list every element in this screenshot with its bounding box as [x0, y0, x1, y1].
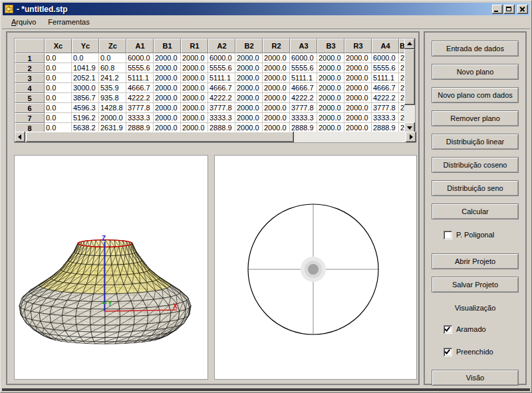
menu-item-ferramentas[interactable]: Ferramentas [43, 17, 94, 27]
table-cell[interactable]: 2000.0 [344, 53, 372, 63]
table-cell[interactable]: 3333.3 [208, 113, 235, 123]
distribui-o-coseno-button[interactable]: Distribuição coseno [432, 157, 519, 173]
table-cell[interactable]: 2000.0 [181, 73, 208, 83]
table-cell[interactable]: 2000.0 [181, 83, 208, 93]
table-cell[interactable]: 2000.0 [99, 113, 126, 123]
scroll-left-button[interactable] [15, 132, 25, 142]
row-header[interactable]: 7 [15, 113, 45, 123]
table-cell[interactable]: 0.0 [45, 53, 72, 63]
row-header[interactable]: 6 [15, 103, 45, 113]
table-cell[interactable]: 3000.0 [72, 83, 99, 93]
distribui-o-seno-button[interactable]: Distribuição seno [432, 180, 519, 196]
table-cell[interactable]: 3777.8 [372, 103, 399, 113]
table-cell[interactable]: 0.0 [45, 93, 72, 103]
vscroll-thumb[interactable] [404, 49, 415, 105]
row-header[interactable]: 5 [15, 93, 45, 103]
table-cell[interactable]: 5555.6 [208, 63, 235, 73]
table-cell[interactable]: 2000.0 [154, 83, 181, 93]
vis-o-button[interactable]: Visão [432, 370, 519, 386]
table-cell[interactable]: 6000.0 [208, 53, 235, 63]
table-cell[interactable]: 2000.0 [235, 103, 263, 113]
table-cell[interactable]: 2052.1 [72, 73, 99, 83]
table-cell[interactable]: 2000.0 [317, 103, 344, 113]
table-cell[interactable]: 4222.2 [290, 93, 317, 103]
table-vertical-scrollbar[interactable] [404, 39, 415, 133]
table-cell[interactable]: 2000.0 [263, 63, 290, 73]
table-cell[interactable]: 535.9 [99, 83, 126, 93]
table-cell[interactable]: 2000.0 [263, 103, 290, 113]
table-cell[interactable]: 0.0 [45, 103, 72, 113]
table-cell[interactable]: 3856.7 [72, 93, 99, 103]
preenchido-checkbox[interactable]: Preenchido [444, 347, 493, 356]
table-cell[interactable]: 4596.3 [72, 103, 99, 113]
table-cell[interactable]: 6000.0 [372, 53, 399, 63]
row-header[interactable]: 3 [15, 73, 45, 83]
table-cell[interactable]: 5111.1 [372, 73, 399, 83]
table-cell[interactable]: 6000.0 [290, 53, 317, 63]
checkbox-box[interactable] [444, 348, 452, 356]
table-cell[interactable]: 935.8 [99, 93, 126, 103]
table-cell[interactable]: 2000.0 [317, 53, 344, 63]
table-cell[interactable]: 2000.0 [344, 63, 372, 73]
table-cell[interactable]: 2000.0 [181, 93, 208, 103]
table-cell[interactable]: 2000.0 [235, 83, 263, 93]
table-cell[interactable]: 2000.0 [235, 53, 263, 63]
table-cell[interactable]: 2000.0 [181, 63, 208, 73]
p-poligonal-checkbox[interactable]: P. Poligonal [444, 230, 494, 239]
table-cell[interactable]: 3333.3 [290, 113, 317, 123]
table-cell[interactable]: 4666.7 [372, 83, 399, 93]
table-cell[interactable]: 2000.0 [154, 53, 181, 63]
table-cell[interactable]: 2000.0 [235, 93, 263, 103]
table-cell[interactable]: 2000.0 [263, 73, 290, 83]
table-cell[interactable]: 2000.0 [263, 83, 290, 93]
minimize-button[interactable] [492, 5, 503, 14]
table-cell[interactable]: 2000.0 [317, 83, 344, 93]
table-cell-clipped[interactable]: 2000.0 [399, 113, 404, 123]
table-cell[interactable]: 241.2 [99, 73, 126, 83]
table-cell[interactable]: 2000.0 [317, 73, 344, 83]
table-cell[interactable]: 0.0 [99, 53, 126, 63]
calcular-button[interactable]: Calcular [432, 203, 519, 219]
table-cell-clipped[interactable]: 2000.0 [399, 103, 404, 113]
table-cell[interactable]: 4222.2 [208, 93, 235, 103]
table-cell-clipped[interactable]: 2000.0 [399, 83, 404, 93]
table-cell[interactable]: 2000.0 [263, 53, 290, 63]
table-cell[interactable]: 0.0 [72, 53, 99, 63]
scroll-right-button[interactable] [406, 132, 416, 142]
table-cell-clipped[interactable]: 2000.0 [399, 73, 404, 83]
abrir-projeto-button[interactable]: Abrir Projeto [432, 253, 519, 269]
table-cell[interactable]: 2000.0 [181, 53, 208, 63]
table-cell[interactable]: 2000.0 [317, 93, 344, 103]
table-cell[interactable]: 4666.7 [290, 83, 317, 93]
remover-plano-button[interactable]: Remover plano [432, 110, 519, 126]
table-cell[interactable]: 5196.2 [72, 113, 99, 123]
table-cell[interactable]: 5555.6 [372, 63, 399, 73]
table-cell[interactable]: 2000.0 [344, 73, 372, 83]
table-cell[interactable]: 2000.0 [317, 113, 344, 123]
scroll-up-button[interactable] [404, 39, 415, 49]
table-cell[interactable]: 2000.0 [154, 113, 181, 123]
table-cell[interactable]: 2000.0 [181, 113, 208, 123]
table-cell[interactable]: 5111.1 [126, 73, 154, 83]
table-cell[interactable]: 1041.9 [72, 63, 99, 73]
table-cell[interactable]: 3777.8 [290, 103, 317, 113]
novo-plano-button[interactable]: Novo plano [432, 64, 519, 80]
row-header[interactable]: 1 [15, 53, 45, 63]
table-cell[interactable]: 2000.0 [344, 93, 372, 103]
table-cell[interactable]: 0.0 [45, 113, 72, 123]
checkbox-box[interactable] [444, 325, 452, 334]
table-cell[interactable]: 0.0 [45, 73, 72, 83]
row-header[interactable]: 2 [15, 63, 45, 73]
table-cell[interactable]: 2000.0 [154, 73, 181, 83]
table-cell[interactable]: 3777.8 [126, 103, 154, 113]
maximize-button[interactable] [504, 5, 515, 14]
table-cell[interactable]: 2000.0 [235, 73, 263, 83]
salvar-projeto-button[interactable]: Salvar Projeto [432, 277, 519, 293]
table-cell[interactable]: 3333.3 [126, 113, 154, 123]
table-cell-clipped[interactable]: 2000.0 [399, 93, 404, 103]
table-cell[interactable]: 4666.7 [208, 83, 235, 93]
hscroll-thumb[interactable] [26, 132, 294, 142]
table-cell[interactable]: 60.8 [99, 63, 126, 73]
table-cell[interactable]: 3777.8 [208, 103, 235, 113]
table-cell[interactable]: 2000.0 [344, 113, 372, 123]
